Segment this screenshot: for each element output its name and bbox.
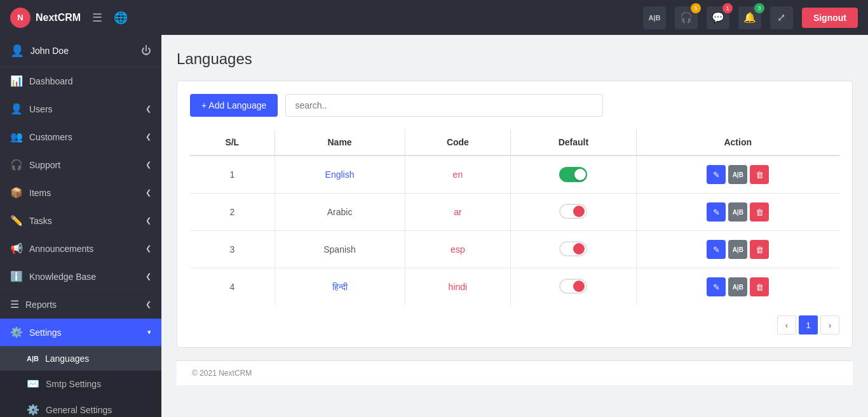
cell-name: Arabic [275, 194, 405, 231]
sidebar-label-general-settings: General Settings [46, 405, 112, 415]
sidebar-sub-general-settings[interactable]: ⚙️ General Settings [0, 397, 161, 417]
knowledge-base-icon: ℹ️ [10, 270, 23, 282]
sidebar-item-items[interactable]: 📦 Items ❮ [0, 179, 161, 207]
sidebar-label-knowledge-base: Knowledge Base [29, 272, 96, 282]
toggle-off[interactable]: ✕ [559, 279, 587, 294]
translate-btn[interactable]: A|B [643, 6, 666, 29]
table-row: 1Englishen ✎ A|B 🗑 [190, 156, 839, 194]
cell-code: en [405, 156, 511, 194]
cell-default[interactable]: ✕ [511, 231, 636, 268]
settings-icon: ⚙️ [10, 326, 23, 338]
toggle-off[interactable]: ✕ [559, 241, 587, 256]
cell-default[interactable] [511, 156, 636, 194]
col-header-default: Default [511, 129, 636, 156]
sidebar-label-support: Support [29, 160, 60, 170]
pagination: ‹ 1 › [190, 315, 839, 334]
cell-default[interactable]: ✕ [511, 268, 636, 306]
user-info: 👤 John Doe [10, 44, 69, 58]
sidebar-sub-smtp-settings[interactable]: ✉️ Smtp Settings [0, 371, 161, 397]
edit-button[interactable]: ✎ [707, 277, 726, 296]
sidebar-item-knowledge-base[interactable]: ℹ️ Knowledge Base ❮ [0, 263, 161, 291]
reports-arrow: ❮ [146, 300, 151, 308]
toggle-off[interactable]: ✕ [559, 204, 587, 219]
edit-button[interactable]: ✎ [707, 240, 726, 259]
sidebar-label-users: Users [29, 104, 53, 114]
toggle-thumb [574, 169, 586, 180]
edit-button[interactable]: ✎ [707, 202, 726, 222]
sidebar-item-tasks[interactable]: ✏️ Tasks ❮ [0, 207, 161, 235]
delete-button[interactable]: 🗑 [750, 277, 769, 296]
main-content: Languages + Add Language S/L Name Code D… [161, 35, 868, 417]
cell-action: ✎ A|B 🗑 [636, 268, 839, 306]
customers-icon: 👥 [10, 131, 23, 143]
menu-icon[interactable]: ☰ [92, 11, 102, 25]
toggle-x-icon: ✕ [578, 282, 583, 290]
action-buttons: ✎ A|B 🗑 [647, 277, 830, 296]
headset-btn[interactable]: 🎧 5 [675, 6, 698, 29]
items-icon: 📦 [10, 187, 23, 199]
search-input[interactable] [285, 94, 603, 117]
col-header-sl: S/L [190, 129, 275, 156]
delete-button[interactable]: 🗑 [750, 202, 769, 222]
bell-badge: 3 [754, 3, 764, 13]
toggle-x-icon: ✕ [578, 244, 583, 253]
action-buttons: ✎ A|B 🗑 [647, 165, 830, 184]
lang-button[interactable]: A|B [728, 165, 747, 184]
dashboard-icon: 📊 [10, 75, 23, 87]
sidebar-label-reports: Reports [25, 300, 57, 310]
navbar: N NextCRM ☰ 🌐 A|B 🎧 5 💬 1 🔔 3 ⤢ Signout [0, 0, 868, 35]
settings-arrow: ▾ [147, 328, 151, 336]
cell-sl: 2 [190, 194, 275, 231]
items-arrow: ❮ [146, 189, 151, 197]
sidebar-item-dashboard[interactable]: 📊 Dashboard [0, 67, 161, 95]
bell-btn[interactable]: 🔔 3 [738, 6, 761, 29]
expand-btn[interactable]: ⤢ [770, 6, 793, 29]
sidebar-label-customers: Customers [29, 132, 72, 142]
sidebar-item-announcements[interactable]: 📢 Announcements ❮ [0, 235, 161, 263]
customers-arrow: ❮ [146, 133, 151, 141]
add-language-button[interactable]: + Add Language [190, 94, 278, 117]
chat-badge: 1 [722, 3, 733, 13]
footer: © 2021 NextCRM [177, 361, 853, 385]
sidebar-item-customers[interactable]: 👥 Customers ❮ [0, 123, 161, 151]
chat-icon: 💬 [712, 11, 724, 23]
pagination-prev[interactable]: ‹ [777, 315, 796, 334]
pagination-page-1[interactable]: 1 [799, 315, 818, 334]
user-section: 👤 John Doe ⏻ [0, 35, 161, 67]
brand: N NextCRM [10, 8, 81, 28]
globe-icon[interactable]: 🌐 [114, 11, 128, 25]
cell-default[interactable]: ✕ [511, 194, 636, 231]
delete-button[interactable]: 🗑 [750, 165, 769, 184]
brand-logo: N [10, 8, 31, 28]
delete-button[interactable]: 🗑 [750, 240, 769, 259]
languages-table: S/L Name Code Default Action 1Englishen … [190, 129, 839, 305]
edit-button[interactable]: ✎ [707, 165, 726, 184]
lang-button[interactable]: A|B [728, 277, 747, 296]
toggle-on[interactable] [559, 167, 587, 182]
sidebar-item-reports[interactable]: ☰ Reports ❮ [0, 291, 161, 319]
sidebar-label-languages: Languages [45, 354, 89, 364]
sidebar-item-settings[interactable]: ⚙️ Settings ▾ [0, 319, 161, 347]
signout-button[interactable]: Signout [802, 8, 858, 28]
cell-code: esp [405, 231, 511, 268]
table-row: 4हिन्दीhindi ✕ ✎ A|B 🗑 [190, 268, 839, 306]
support-icon: 🎧 [10, 159, 23, 171]
sidebar-label-items: Items [29, 188, 51, 198]
sidebar-label-settings: Settings [29, 328, 62, 338]
bell-icon: 🔔 [743, 11, 756, 23]
sidebar-item-support[interactable]: 🎧 Support ❮ [0, 151, 161, 179]
lang-button[interactable]: A|B [728, 240, 747, 259]
reports-icon: ☰ [10, 298, 19, 310]
lang-button[interactable]: A|B [728, 202, 747, 222]
power-icon[interactable]: ⏻ [141, 45, 151, 56]
sidebar-label-tasks: Tasks [29, 216, 52, 226]
languages-icon: A|B [27, 355, 39, 362]
sidebar-item-users[interactable]: 👤 Users ❮ [0, 95, 161, 123]
user-name: John Doe [31, 46, 69, 56]
pagination-next[interactable]: › [820, 315, 839, 334]
sidebar-sub-languages[interactable]: A|B Languages [0, 347, 161, 371]
content-card: + Add Language S/L Name Code Default Act… [177, 81, 853, 348]
headset-badge: 5 [691, 3, 701, 13]
chat-btn[interactable]: 💬 1 [707, 6, 729, 29]
col-header-code: Code [405, 129, 511, 156]
